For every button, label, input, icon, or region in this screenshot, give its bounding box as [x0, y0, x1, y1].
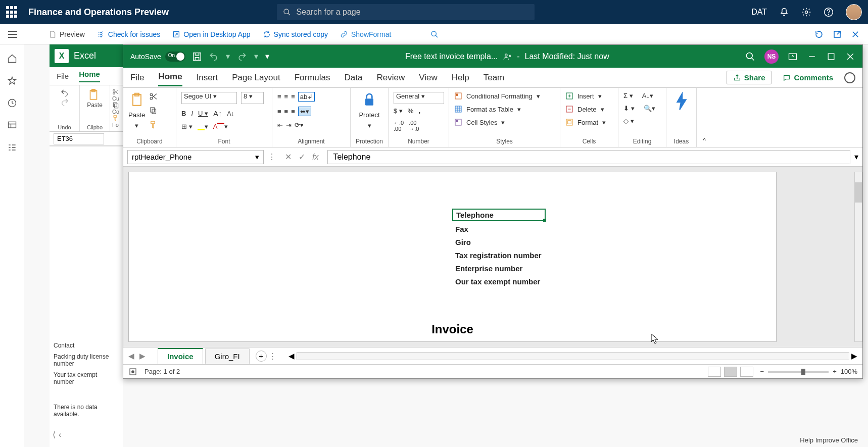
- home-icon[interactable]: [7, 54, 17, 64]
- save-icon[interactable]: [191, 51, 203, 62]
- tab-insert[interactable]: Insert: [197, 70, 218, 86]
- wrap-text-button[interactable]: ab↲: [298, 92, 315, 102]
- cancel-formula-icon[interactable]: ✕: [285, 152, 292, 162]
- paste-icon[interactable]: [87, 88, 100, 102]
- tab-view[interactable]: View: [419, 70, 438, 86]
- redo-dropdown-icon[interactable]: ▾: [254, 52, 258, 61]
- hscroll-left-icon[interactable]: ◀: [288, 352, 295, 361]
- add-sheet-button[interactable]: +: [256, 351, 267, 362]
- search-icon[interactable]: [430, 30, 439, 38]
- vertical-scrollbar[interactable]: [854, 172, 862, 342]
- tab-team[interactable]: Team: [484, 70, 505, 86]
- qat-customize-icon[interactable]: ▾: [265, 52, 269, 61]
- font-size-select[interactable]: 8 ▾: [241, 92, 264, 104]
- tab-help[interactable]: Help: [452, 70, 469, 86]
- tab-page-layout[interactable]: Page Layout: [232, 70, 280, 86]
- align-center-icon[interactable]: ≡: [284, 108, 288, 115]
- open-desktop-button[interactable]: Open in Desktop App: [172, 30, 250, 38]
- border-button[interactable]: ⊞ ▾: [181, 123, 192, 130]
- name-box-menu-icon[interactable]: ⋮: [268, 152, 276, 162]
- underline-button[interactable]: U ▾: [198, 110, 208, 117]
- sort-filter-button[interactable]: A↓▾: [642, 92, 653, 100]
- web-tab-home[interactable]: Home: [79, 70, 100, 82]
- user-initials-avatar[interactable]: NS: [764, 49, 779, 64]
- app-launcher-icon[interactable]: [6, 6, 18, 18]
- page-break-view-button[interactable]: [740, 367, 753, 377]
- format-painter-button[interactable]: Fo: [112, 115, 119, 128]
- check-issues-button[interactable]: Check for issues: [97, 30, 160, 38]
- redo-icon[interactable]: [60, 97, 69, 107]
- sheet-nav-first-icon[interactable]: ⟨: [53, 430, 56, 439]
- ribbon-mode-icon[interactable]: [788, 52, 798, 62]
- company-code[interactable]: DAT: [751, 8, 767, 17]
- maximize-icon[interactable]: [826, 52, 836, 62]
- increase-font-button[interactable]: A↑: [213, 109, 222, 118]
- popout-icon[interactable]: [833, 30, 842, 39]
- clear-button[interactable]: ◇ ▾: [623, 117, 634, 125]
- collapse-ribbon-icon[interactable]: ^: [703, 136, 706, 144]
- cell-fax[interactable]: Fax: [452, 224, 546, 234]
- insert-cells-button[interactable]: Insert ▾: [565, 92, 613, 100]
- decrease-font-button[interactable]: A↓: [227, 110, 234, 117]
- feedback-smiley-icon[interactable]: [844, 72, 855, 83]
- page-layout-view-button[interactable]: [724, 367, 737, 377]
- web-tab-file[interactable]: File: [57, 72, 69, 80]
- comments-button[interactable]: Comments: [783, 73, 833, 82]
- bold-button[interactable]: B: [181, 110, 186, 117]
- formula-bar-input[interactable]: Telephone: [327, 150, 850, 164]
- autosave-toggle[interactable]: AutoSave On: [130, 52, 185, 62]
- increase-indent-icon[interactable]: ⇥: [286, 121, 292, 129]
- font-color-button[interactable]: A ▾: [213, 123, 228, 130]
- normal-view-button[interactable]: [708, 367, 721, 377]
- align-middle-icon[interactable]: ≡: [284, 93, 288, 101]
- find-select-button[interactable]: 🔍▾: [644, 105, 655, 112]
- undo-dropdown-icon[interactable]: ▾: [226, 52, 230, 61]
- format-as-table-button[interactable]: Format as Table ▾: [454, 105, 555, 113]
- sheet-nav-prev-icon[interactable]: ‹: [59, 430, 61, 439]
- undo-icon[interactable]: [209, 52, 219, 62]
- cell-telephone-selected[interactable]: Telephone: [452, 209, 546, 221]
- merge-center-button[interactable]: ⬌▾: [298, 107, 311, 116]
- align-right-icon[interactable]: ≡: [291, 108, 295, 115]
- people-share-icon[interactable]: [503, 52, 512, 61]
- sheet-tab-girofi[interactable]: Giro_FI: [205, 349, 250, 364]
- currency-button[interactable]: $ ▾: [394, 107, 403, 115]
- show-format-button[interactable]: ShowFormat: [340, 30, 391, 38]
- align-top-icon[interactable]: ≡: [277, 93, 281, 101]
- expand-formula-bar-icon[interactable]: ▾: [854, 152, 858, 162]
- format-painter-icon[interactable]: [149, 120, 158, 129]
- undo-icon[interactable]: [60, 88, 69, 97]
- gear-icon[interactable]: [801, 7, 811, 17]
- close-icon[interactable]: [845, 52, 855, 62]
- italic-button[interactable]: I: [191, 110, 193, 117]
- number-format-select[interactable]: General ▾: [394, 92, 444, 104]
- cell-enterprise[interactable]: Enterprise number: [452, 263, 546, 274]
- sheet-tab-invoice[interactable]: Invoice: [158, 348, 203, 364]
- format-cells-button[interactable]: Format ▾: [565, 118, 613, 126]
- chevron-down-icon[interactable]: ▾: [135, 122, 138, 129]
- fill-color-button[interactable]: ▾: [198, 123, 208, 130]
- bell-icon[interactable]: [779, 7, 789, 17]
- fx-icon[interactable]: fx: [312, 153, 318, 162]
- refresh-icon[interactable]: [814, 30, 824, 39]
- increase-decimal-button[interactable]: ←.0.00: [394, 120, 404, 132]
- web-name-box[interactable]: [54, 133, 104, 144]
- workspace-icon[interactable]: [7, 120, 17, 130]
- worksheet-page[interactable]: Telephone Fax Giro Tax registration numb…: [128, 172, 777, 342]
- tab-review[interactable]: Review: [376, 70, 405, 86]
- tab-home[interactable]: Home: [158, 69, 182, 86]
- align-bottom-icon[interactable]: ≡: [291, 93, 295, 101]
- decrease-decimal-button[interactable]: .00→.0: [409, 120, 419, 132]
- zoom-slider[interactable]: [768, 371, 829, 373]
- name-box[interactable]: rptHeader_Phone ▾: [127, 150, 264, 164]
- copy-button[interactable]: Co: [112, 102, 119, 115]
- help-icon[interactable]: [824, 7, 834, 17]
- close-icon[interactable]: [851, 30, 860, 39]
- search-icon[interactable]: [745, 52, 755, 62]
- cut-icon[interactable]: [149, 92, 158, 101]
- zoom-in-button[interactable]: +: [833, 368, 837, 375]
- hscroll-right-icon[interactable]: ▶: [851, 352, 857, 361]
- preview-button[interactable]: Preview: [49, 30, 85, 38]
- cell-giro[interactable]: Giro: [452, 237, 546, 247]
- protect-lock-icon[interactable]: [361, 92, 377, 108]
